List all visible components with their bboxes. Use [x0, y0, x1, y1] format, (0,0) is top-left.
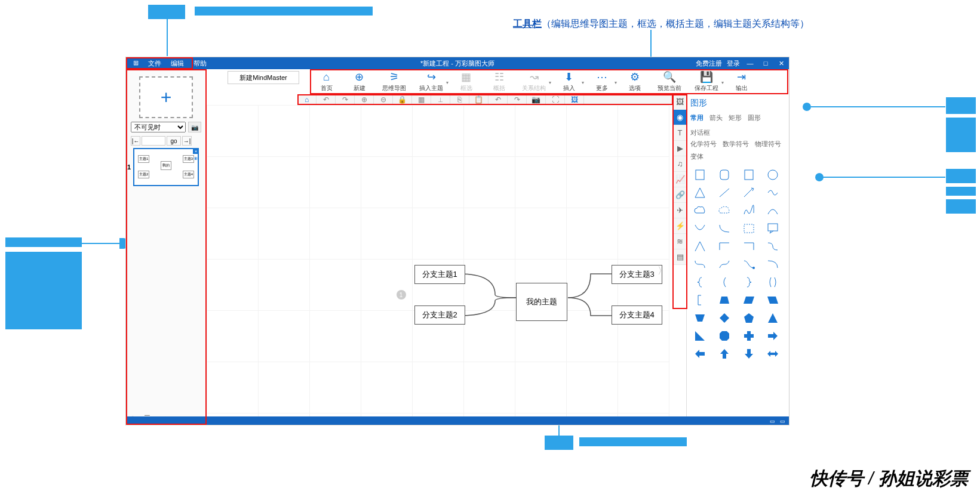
status-icon-2[interactable]: ▭: [780, 418, 785, 424]
shape-arrow-lr[interactable]: [763, 346, 782, 362]
shape-curve1[interactable]: [690, 221, 709, 236]
tab-circle[interactable]: 圆形: [748, 113, 761, 122]
shape-arrow-down[interactable]: [739, 346, 758, 362]
shape-pentagon[interactable]: [739, 310, 758, 326]
shape-arrow-up[interactable]: [715, 346, 734, 362]
shape-arrow-right[interactable]: [763, 328, 782, 344]
shape-curve2[interactable]: [715, 221, 734, 236]
app-window: ⊞ 文件 编辑 帮助 *新建工程 - 万彩脑图大师 免费注册 登录 — □ ✕ …: [125, 57, 789, 425]
shape-circle[interactable]: [763, 167, 782, 183]
callout-box: [946, 187, 976, 196]
shape-arrow-left[interactable]: [690, 346, 709, 362]
highlight-vertical-toolbar: [672, 94, 687, 309]
shapes-panel: 图形 常用 箭头 矩形 圆形 对话框 化学符号 数学符号 物理符号 变体: [686, 94, 789, 425]
callout-line: [823, 177, 945, 178]
tab-variant[interactable]: 变体: [690, 152, 703, 161]
shape-callout[interactable]: [763, 221, 782, 236]
callout-dot: [803, 103, 811, 111]
center-node[interactable]: 我的主题: [516, 283, 567, 321]
shape-triangle-up[interactable]: [763, 310, 782, 326]
branch-node-2[interactable]: 分支主题2: [414, 305, 465, 325]
shape-plus[interactable]: [739, 328, 758, 344]
callout-box: [148, 5, 185, 19]
shape-rounded[interactable]: [715, 167, 734, 183]
branch-node-1[interactable]: 分支主题1: [414, 265, 465, 284]
login-link[interactable]: 登录: [727, 59, 740, 68]
shape-parens[interactable]: [763, 274, 782, 290]
shape-triangle-right[interactable]: [690, 328, 709, 344]
shape-paren[interactable]: [715, 274, 734, 290]
shape-step2[interactable]: [739, 239, 758, 254]
shape-peak[interactable]: [690, 239, 709, 254]
highlight-toolbar: [310, 69, 788, 94]
statusbar: ▭ ▭: [126, 416, 789, 425]
shape-bracket-l[interactable]: [690, 292, 709, 308]
tab-phys[interactable]: 物理符号: [755, 140, 781, 149]
shape-cloud[interactable]: [690, 203, 709, 218]
callout-box: [579, 437, 687, 446]
tab-dialog[interactable]: 对话框: [690, 128, 710, 137]
shape-brace-left[interactable]: [690, 274, 709, 290]
shape-diamond[interactable]: [715, 310, 734, 326]
svg-line-5: [744, 189, 752, 197]
shape-octagon[interactable]: [715, 328, 734, 344]
shape-bezier1[interactable]: [690, 257, 709, 272]
tab-chem[interactable]: 化学符号: [690, 140, 717, 149]
callout-box: [5, 252, 82, 329]
shape-cloud-dash[interactable]: [715, 203, 734, 218]
tab-arrow[interactable]: 箭头: [709, 113, 723, 122]
shape-parallelogram[interactable]: [739, 292, 758, 308]
shape-bezier2[interactable]: [715, 257, 734, 272]
watermark: 快传号 / 孙姐说彩票: [810, 467, 968, 491]
svg-point-8: [752, 267, 755, 269]
shape-step[interactable]: [715, 239, 734, 254]
shape-arrow-line[interactable]: [739, 185, 758, 200]
callout-box: [545, 436, 573, 450]
panel-title: 图形: [690, 98, 785, 109]
shape-bezier4[interactable]: [763, 257, 782, 272]
shape-bezier3[interactable]: [739, 257, 758, 272]
shape-arc[interactable]: [763, 203, 782, 218]
shape-parallelogram2[interactable]: [763, 292, 782, 308]
callout-line: [167, 19, 168, 56]
shape-square[interactable]: [739, 167, 758, 183]
close-button[interactable]: ✕: [776, 59, 787, 67]
tab-common[interactable]: 常用: [690, 113, 703, 122]
toolbar-callout-label: 工具栏（编辑思维导图主题，框选，概括主题，编辑主题关系结构等）: [513, 18, 809, 30]
branch-node-3[interactable]: 分支主题3: [612, 265, 662, 284]
minimize-button[interactable]: —: [745, 59, 755, 67]
branch-node-4[interactable]: 分支主题4: [612, 305, 662, 325]
status-icon-1[interactable]: ▭: [770, 418, 775, 424]
shape-dashed-rect[interactable]: [739, 221, 758, 236]
window-title: *新建工程 - 万彩脑图大师: [420, 59, 494, 68]
shape-trapezoid[interactable]: [715, 292, 734, 308]
tab-math[interactable]: 数学符号: [723, 140, 749, 149]
svg-rect-7: [768, 224, 778, 231]
tab-rect[interactable]: 矩形: [729, 113, 742, 122]
canvas[interactable]: 1 我的主题 分支主题1 分支主题2 分支主题3 分支主题4 〉: [207, 105, 669, 425]
shape-trapezoid2[interactable]: [690, 310, 709, 326]
svg-rect-2: [745, 170, 753, 180]
shape-line[interactable]: [715, 185, 734, 200]
shape-s-curve[interactable]: [763, 239, 782, 254]
highlight-quick-toolbar: [297, 94, 673, 105]
marker-icon: 1: [397, 290, 406, 300]
callout-box: [5, 237, 82, 247]
shape-triangle[interactable]: [690, 185, 709, 200]
document-tab[interactable]: 新建MindMaster: [228, 71, 299, 84]
maximize-button[interactable]: □: [760, 59, 771, 67]
callout-line: [811, 106, 945, 107]
free-register-link[interactable]: 免费注册: [696, 59, 722, 68]
shape-bracket[interactable]: [690, 167, 709, 183]
shape-scribble[interactable]: [739, 203, 758, 218]
expand-right-icon[interactable]: 〉: [658, 265, 667, 277]
callout-box: [946, 118, 976, 152]
svg-rect-0: [696, 170, 704, 180]
shape-brace-right[interactable]: [739, 274, 758, 290]
titlebar: ⊞ 文件 编辑 帮助 *新建工程 - 万彩脑图大师 免费注册 登录 — □ ✕: [126, 57, 789, 69]
svg-point-3: [768, 170, 778, 180]
shape-wave[interactable]: [763, 185, 782, 200]
svg-rect-1: [720, 170, 729, 180]
callout-box: [946, 97, 976, 114]
highlight-left-panel: [126, 69, 207, 425]
